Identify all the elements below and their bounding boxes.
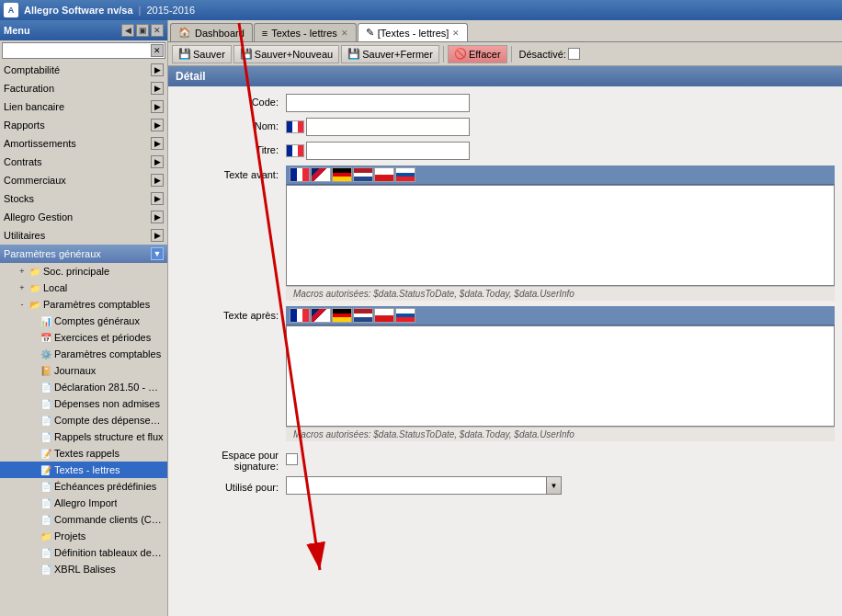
sidebar: Menu ◀ ▣ ✕ ✕ Comptabilité ▶ Facturation [0, 20, 168, 616]
menu-arrow: ▶ [151, 63, 164, 76]
tree-item-rappels-structure[interactable]: 📄 Rappels structure et flux [0, 428, 167, 445]
tab-textes-lettres-list[interactable]: ≡ Textes - lettres ✕ [254, 23, 357, 41]
sidebar-item-commerciaux[interactable]: Commerciaux ▶ [0, 171, 167, 189]
nom-label: Nom: [176, 118, 286, 131]
tree-item-declaration[interactable]: 📄 Déclaration 281.50 - Type [0, 379, 167, 395]
tree-item-allegro-import[interactable]: 📄 Allegro Import [0, 495, 167, 511]
sidebar-item-contrats[interactable]: Contrats ▶ [0, 153, 167, 171]
flag-en-avant[interactable] [311, 167, 331, 182]
menu-arrow: ▶ [151, 82, 164, 95]
titre-label: Titre: [176, 142, 286, 155]
effacer-button[interactable]: 🚫 Effacer [448, 45, 507, 63]
nom-input[interactable] [306, 118, 470, 136]
sidebar-item-allegro-gestion[interactable]: Allegro Gestion ▶ [0, 208, 167, 226]
sidebar-item-facturation[interactable]: Facturation ▶ [0, 79, 167, 97]
texte-avant-label: Texte avant: [176, 165, 286, 180]
desactive-label: Désactivé: [519, 49, 566, 60]
tree-item-xbrl[interactable]: 📄 XBRL Balises [0, 561, 167, 577]
sidebar-btn-restore[interactable]: ▣ [136, 24, 149, 37]
tree-item-parametres-comptables[interactable]: - 📂 Paramètres comptables [0, 296, 167, 313]
sauver-button[interactable]: 💾 Sauver [172, 45, 232, 63]
sidebar-search-input[interactable] [2, 42, 165, 59]
code-input[interactable] [286, 94, 470, 112]
menu-title: Menu [4, 25, 30, 36]
list-icon: ≡ [262, 28, 267, 39]
flag-en-apres[interactable] [311, 308, 331, 323]
tree-item-compte-depenses[interactable]: 📄 Compte des dépenses N. [0, 412, 167, 428]
menu-arrow: ▶ [151, 119, 164, 131]
nom-flag-fr[interactable] [286, 120, 304, 133]
flag-sk-apres[interactable] [395, 308, 415, 323]
nom-row: Nom: [176, 118, 835, 138]
app-name: Allegro Software nv/sa [24, 5, 133, 16]
sidebar-item-lien-bancaire[interactable]: Lien bancaire ▶ [0, 97, 167, 116]
sidebar-btn-close[interactable]: ✕ [151, 24, 164, 37]
menu-arrow: ▶ [151, 211, 164, 223]
sidebar-btn-back[interactable]: ◀ [121, 24, 134, 37]
tab-bar: 🏠 Dashboard ≡ Textes - lettres ✕ ✎ [Text… [168, 20, 842, 42]
sidebar-header: Menu ◀ ▣ ✕ [0, 20, 167, 40]
flag-nl-apres[interactable] [353, 308, 373, 323]
tree-item-soc-principale[interactable]: + 📁 Soc. principale [0, 263, 167, 279]
tree-item-textes-lettres[interactable]: 📝 Textes - lettres [0, 462, 167, 478]
sidebar-item-rapports[interactable]: Rapports ▶ [0, 116, 167, 134]
tree-item-exercices[interactable]: 📅 Exercices et périodes [0, 329, 167, 346]
flag-de-apres[interactable] [332, 308, 352, 323]
texte-apres-container: Macros autorisées: $data.StatusToDate, $… [286, 306, 835, 441]
utilise-pour-label: Utilisé pour: [176, 479, 286, 493]
flag-sk-avant[interactable] [395, 167, 415, 182]
flag-cz-avant[interactable] [374, 167, 394, 182]
tab-close-list[interactable]: ✕ [341, 29, 348, 38]
texte-apres-flag-toolbar [286, 306, 835, 325]
utilise-pour-combo[interactable]: ▼ [286, 476, 562, 495]
flag-de-avant[interactable] [332, 167, 352, 182]
menu-arrow: ▶ [151, 155, 164, 168]
tree-item-echeances[interactable]: 📄 Échéances prédéfinies [0, 478, 167, 495]
texte-apres-editor[interactable] [286, 325, 835, 427]
sauver-nouveau-button[interactable]: 💾 Sauver+Nouveau [233, 45, 339, 63]
texte-avant-editor[interactable] [286, 185, 835, 286]
titre-flag-fr[interactable] [286, 144, 304, 157]
sidebar-search-container: ✕ [0, 40, 167, 61]
sidebar-item-utilitaires[interactable]: Utilitaires ▶ [0, 226, 167, 245]
titre-input[interactable] [306, 142, 470, 160]
save-new-icon: 💾 [240, 48, 253, 60]
toolbar: 💾 Sauver 💾 Sauver+Nouveau 💾 Sauver+Ferme… [168, 42, 842, 66]
menu-arrow: ▶ [151, 137, 164, 150]
utilise-pour-arrow[interactable]: ▼ [546, 477, 561, 494]
delete-icon: 🚫 [454, 48, 467, 60]
sidebar-item-parametres[interactable]: Paramètres généraux ▼ [0, 245, 167, 263]
tree-item-definition-tableaux[interactable]: 📄 Définition tableaux de bo [0, 544, 167, 561]
sidebar-item-stocks[interactable]: Stocks ▶ [0, 189, 167, 208]
flag-fr-avant[interactable] [290, 167, 310, 182]
tree-item-local[interactable]: + 📁 Local [0, 279, 167, 296]
tree-item-parametres-comptables-sub[interactable]: ⚙️ Paramètres comptables [0, 346, 167, 362]
tab-textes-lettres-edit[interactable]: ✎ [Textes - lettres] ✕ [358, 23, 469, 41]
sauver-fermer-button[interactable]: 💾 Sauver+Fermer [341, 45, 439, 63]
menu-arrow-expanded: ▼ [151, 247, 164, 260]
sidebar-item-amortissements[interactable]: Amortissements ▶ [0, 134, 167, 153]
menu-arrow: ▶ [151, 229, 164, 242]
tree-item-depenses[interactable]: 📄 Dépenses non admises [0, 395, 167, 412]
title-bar: A Allegro Software nv/sa | 2015-2016 [0, 0, 842, 20]
desactive-checkbox[interactable] [568, 48, 580, 60]
flag-cz-apres[interactable] [374, 308, 394, 323]
tree-item-comptes-generaux[interactable]: 📊 Comptes généraux [0, 313, 167, 329]
tree-item-projets[interactable]: 📁 Projets [0, 528, 167, 544]
sidebar-search-clear[interactable]: ✕ [151, 44, 164, 57]
tree-section: + 📁 Soc. principale + 📁 Local - 📂 P [0, 263, 167, 577]
tree-item-journaux[interactable]: 📔 Journaux [0, 362, 167, 379]
dashboard-icon: 🏠 [178, 27, 191, 39]
tab-close-edit[interactable]: ✕ [452, 29, 460, 38]
menu-arrow: ▶ [151, 100, 164, 113]
espace-signature-checkbox[interactable] [286, 453, 298, 465]
texte-avant-container: Macros autorisées: $data.StatusToDate, $… [286, 165, 835, 301]
tree-item-textes-rappels[interactable]: 📝 Textes rappels [0, 445, 167, 462]
flag-nl-avant[interactable] [353, 167, 373, 182]
sidebar-item-comptabilite[interactable]: Comptabilité ▶ [0, 61, 167, 79]
tab-dashboard[interactable]: 🏠 Dashboard [170, 23, 253, 41]
texte-avant-row: Texte avant: Macros autori [176, 165, 835, 301]
flag-fr-apres[interactable] [290, 308, 310, 323]
code-label: Code: [176, 94, 286, 108]
tree-item-commande-clients[interactable]: 📄 Commande clients (Comp [0, 511, 167, 528]
